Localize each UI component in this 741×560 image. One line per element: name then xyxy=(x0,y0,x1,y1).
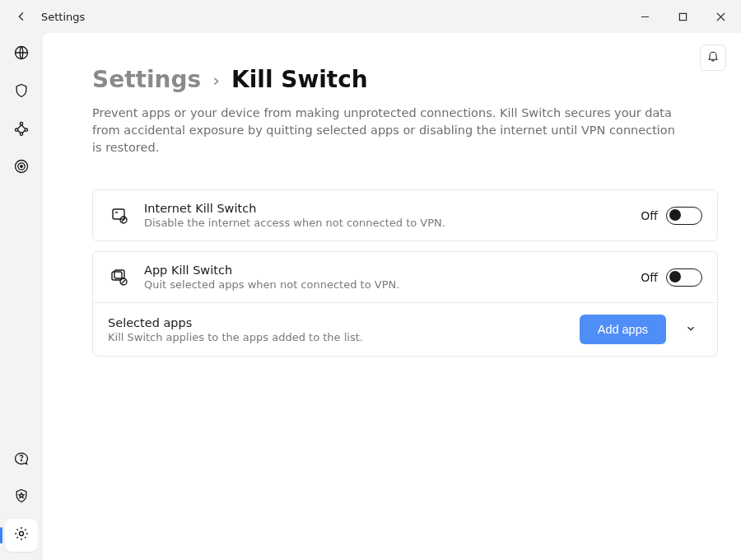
titlebar: Settings xyxy=(0,0,741,33)
app-kill-switch-state: Off xyxy=(641,271,658,284)
app-kill-switch-icon xyxy=(108,266,131,289)
breadcrumb: Settings › Kill Switch xyxy=(92,66,718,93)
svg-point-7 xyxy=(25,128,27,131)
back-button[interactable] xyxy=(5,0,38,33)
internet-kill-switch-card: Internet Kill Switch Disable the interne… xyxy=(92,189,718,241)
maximize-button[interactable] xyxy=(664,0,701,33)
svg-point-12 xyxy=(21,460,22,460)
svg-rect-1 xyxy=(679,13,686,20)
chevron-right-icon: › xyxy=(212,70,220,91)
mesh-icon xyxy=(13,120,30,140)
nav-item-target[interactable] xyxy=(5,152,38,184)
main-panel: Settings › Kill Switch Prevent apps or y… xyxy=(43,33,741,560)
page-description: Prevent apps or your device from making … xyxy=(92,105,685,156)
nav-item-settings[interactable] xyxy=(5,519,38,552)
app-kill-switch-card: App Kill Switch Quit selected apps when … xyxy=(92,251,718,357)
selected-apps-title: Selected apps xyxy=(108,316,566,329)
add-apps-button[interactable]: Add apps xyxy=(580,315,666,344)
selected-apps-subtitle: Kill Switch applies to the apps added to… xyxy=(108,331,566,343)
internet-kill-switch-toggle[interactable] xyxy=(666,207,702,225)
page-title: Kill Switch xyxy=(231,66,368,93)
app-kill-switch-toggle[interactable] xyxy=(666,268,702,287)
nav-item-globe[interactable] xyxy=(5,38,38,71)
svg-line-20 xyxy=(122,279,126,283)
bell-icon xyxy=(706,49,720,66)
gear-icon xyxy=(13,525,30,545)
svg-point-5 xyxy=(20,123,22,125)
svg-point-13 xyxy=(20,532,24,536)
internet-kill-switch-state: Off xyxy=(641,209,658,222)
window-controls xyxy=(626,0,739,33)
globe-icon xyxy=(13,44,30,64)
expand-selected-apps[interactable] xyxy=(679,318,702,341)
close-button[interactable] xyxy=(701,0,739,33)
app-kill-switch-title: App Kill Switch xyxy=(144,264,627,277)
internet-kill-switch-subtitle: Disable the internet access when not con… xyxy=(144,217,627,229)
nav-item-shield[interactable] xyxy=(5,76,38,109)
breadcrumb-prev[interactable]: Settings xyxy=(92,66,201,93)
app-kill-switch-subtitle: Quit selected apps when not connected to… xyxy=(144,278,627,291)
internet-kill-switch-icon xyxy=(108,204,131,227)
shield-icon xyxy=(13,82,30,102)
nav-item-help[interactable] xyxy=(5,443,38,476)
svg-point-11 xyxy=(21,166,23,168)
svg-rect-14 xyxy=(113,209,124,219)
shield-star-icon xyxy=(13,488,30,507)
svg-point-6 xyxy=(16,128,18,131)
notifications-button[interactable] xyxy=(700,44,726,71)
internet-kill-switch-title: Internet Kill Switch xyxy=(144,202,627,215)
nav-item-mesh[interactable] xyxy=(5,114,38,147)
window-title: Settings xyxy=(41,11,85,23)
minimize-button[interactable] xyxy=(626,0,664,33)
target-icon xyxy=(13,158,30,178)
chevron-down-icon xyxy=(685,322,697,338)
nav-item-shield-star[interactable] xyxy=(5,481,38,514)
help-icon xyxy=(13,450,30,469)
nav-rail xyxy=(0,33,43,560)
